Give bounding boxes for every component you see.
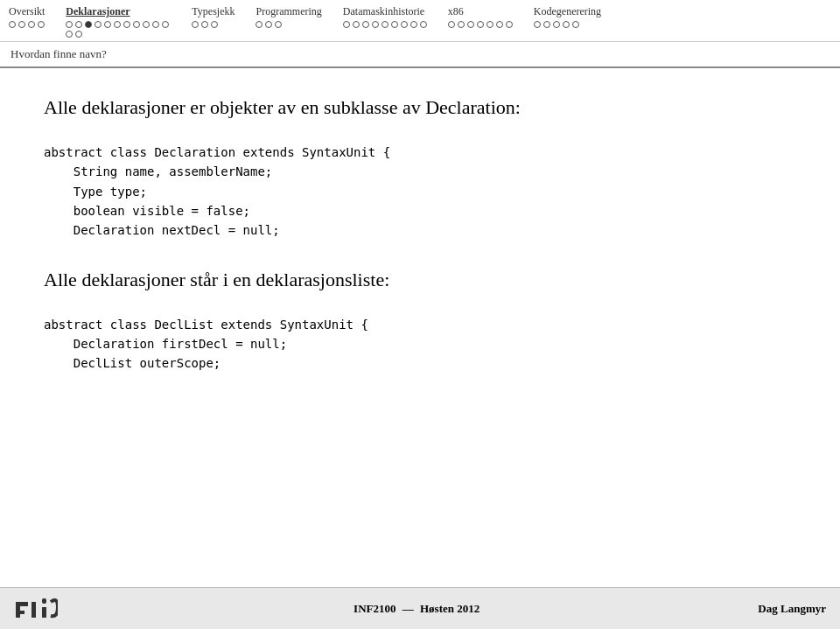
dot bbox=[9, 21, 16, 28]
dot bbox=[401, 21, 408, 28]
dot bbox=[104, 21, 111, 28]
dot bbox=[123, 21, 130, 28]
dot bbox=[391, 21, 398, 28]
dot bbox=[506, 21, 513, 28]
dot bbox=[353, 21, 360, 28]
dot bbox=[28, 21, 35, 28]
dot bbox=[448, 21, 455, 28]
dot bbox=[572, 21, 579, 28]
dot bbox=[420, 21, 427, 28]
footer-course: INF2100 bbox=[354, 602, 396, 615]
nav-label-deklarasjoner: Deklarasjoner bbox=[66, 5, 130, 18]
dot bbox=[201, 21, 208, 28]
dot bbox=[256, 21, 262, 28]
svg-rect-5 bbox=[42, 607, 46, 618]
dot bbox=[275, 21, 282, 28]
footer: INF2100 — Høsten 2012 Dag Langmyr bbox=[0, 587, 840, 629]
nav-item-oversikt[interactable]: Oversikt bbox=[9, 5, 45, 28]
dot bbox=[410, 21, 417, 28]
dot bbox=[467, 21, 474, 28]
dot bbox=[486, 21, 494, 28]
nav-item-kodegenerering[interactable]: Kodegenerering bbox=[534, 5, 601, 28]
dot bbox=[18, 21, 25, 28]
nav-dots-oversikt bbox=[9, 21, 45, 28]
code-block-decllist: abstract class DeclList extends SyntaxUn… bbox=[44, 315, 796, 374]
main-content: Alle deklarasjoner er objekter av en sub… bbox=[0, 68, 840, 409]
svg-rect-4 bbox=[42, 598, 46, 604]
nav-dots-typesjekk bbox=[192, 21, 218, 28]
nav-item-typesjekk[interactable]: Typesjekk bbox=[192, 5, 234, 28]
dot bbox=[66, 21, 73, 28]
intro-paragraph: Alle deklarasjoner er objekter av en sub… bbox=[44, 94, 796, 122]
nav-dots-deklarasjoner bbox=[66, 21, 171, 38]
dot bbox=[75, 21, 82, 28]
dot bbox=[114, 21, 121, 28]
dot bbox=[477, 21, 484, 28]
dot-active bbox=[85, 21, 92, 28]
code-text-decllist: abstract class DeclList extends SyntaxUn… bbox=[44, 315, 796, 374]
nav-label-x86: x86 bbox=[448, 5, 464, 18]
footer-author: Dag Langmyr bbox=[758, 602, 826, 616]
dot bbox=[38, 21, 45, 28]
dot bbox=[543, 21, 550, 28]
footer-center: INF2100 — Høsten 2012 bbox=[75, 602, 758, 616]
section-paragraph: Alle deklarasjoner står i en deklarasjon… bbox=[44, 267, 796, 294]
nav-item-datamaskinhistorie[interactable]: Datamaskinhistorie bbox=[343, 5, 427, 28]
dot bbox=[458, 21, 465, 28]
top-navigation: Oversikt Deklarasjoner bbox=[0, 0, 840, 42]
dot bbox=[192, 21, 199, 28]
dot bbox=[563, 21, 570, 28]
footer-separator: — bbox=[402, 602, 416, 615]
dot bbox=[75, 31, 82, 38]
dot bbox=[372, 21, 379, 28]
nav-items-container: Oversikt Deklarasjoner bbox=[9, 5, 831, 38]
nav-label-kodegenerering: Kodegenerering bbox=[534, 5, 601, 18]
dot bbox=[534, 21, 541, 28]
dot bbox=[133, 21, 140, 28]
code-text-declaration: abstract class Declaration extends Synta… bbox=[44, 143, 796, 241]
dot bbox=[143, 21, 150, 28]
dot bbox=[553, 21, 560, 28]
svg-rect-2 bbox=[16, 611, 24, 614]
nav-item-x86[interactable]: x86 bbox=[448, 5, 513, 28]
svg-rect-1 bbox=[16, 602, 28, 606]
dot bbox=[265, 21, 272, 28]
footer-logo bbox=[14, 595, 58, 623]
code-block-declaration: abstract class Declaration extends Synta… bbox=[44, 143, 796, 241]
nav-dots-programmering bbox=[256, 21, 282, 28]
dot bbox=[496, 21, 503, 28]
nav-dots-kodegenerering bbox=[534, 21, 579, 28]
nav-label-oversikt: Oversikt bbox=[9, 5, 45, 18]
footer-semester: Høsten 2012 bbox=[420, 602, 480, 615]
dot bbox=[362, 21, 369, 28]
dot bbox=[343, 21, 350, 28]
dot bbox=[211, 21, 218, 28]
nav-dots-datamaskinhistorie bbox=[343, 21, 427, 28]
nav-item-programmering[interactable]: Programmering bbox=[256, 5, 321, 28]
dot bbox=[162, 21, 169, 28]
nav-label-datamaskinhistorie: Datamaskinhistorie bbox=[343, 5, 424, 18]
nav-item-deklarasjoner[interactable]: Deklarasjoner bbox=[66, 5, 171, 38]
dot bbox=[382, 21, 388, 28]
breadcrumb: Hvordan finne navn? bbox=[0, 42, 840, 68]
dot bbox=[152, 21, 159, 28]
breadcrumb-text: Hvordan finne navn? bbox=[10, 47, 107, 60]
nav-dots-x86 bbox=[448, 21, 513, 28]
dot bbox=[66, 31, 73, 38]
svg-rect-3 bbox=[32, 602, 36, 618]
dot bbox=[94, 21, 102, 28]
nav-label-programmering: Programmering bbox=[256, 5, 321, 18]
nav-label-typesjekk: Typesjekk bbox=[192, 5, 234, 18]
